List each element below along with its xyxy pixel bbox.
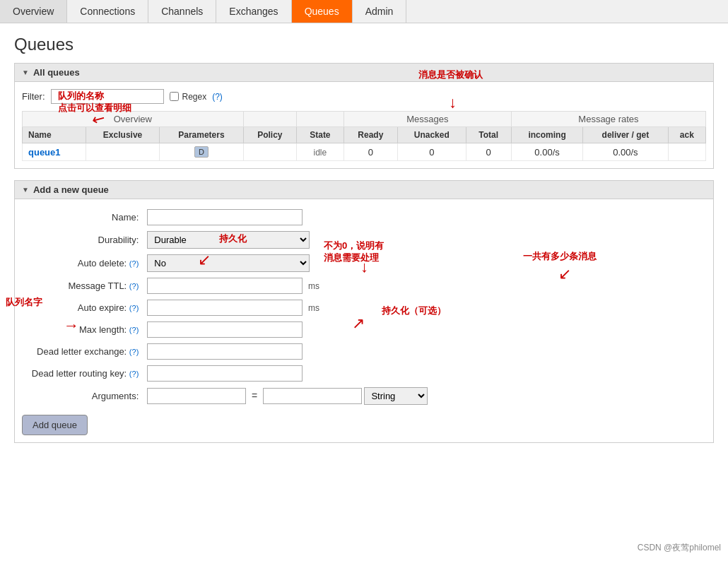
nav-item-queues[interactable]: Queues	[292, 0, 353, 23]
dead-letter-exchange-label: Dead letter exchange: (?)	[22, 341, 143, 362]
cell-total: 0	[466, 143, 511, 161]
auto-delete-select[interactable]: NoYes	[147, 254, 310, 272]
message-ttl-help-link[interactable]: (?)	[129, 282, 139, 290]
col-ack: ack	[668, 127, 705, 143]
message-ttl-input[interactable]	[147, 278, 303, 294]
dead-letter-routing-key-input[interactable]	[147, 365, 303, 382]
regex-label: Regex	[170, 92, 207, 102]
collapse-arrow-icon: ▼	[22, 69, 29, 76]
filter-row: Filter: Regex (?)	[22, 89, 706, 104]
collapse-arrow-icon-2: ▼	[22, 186, 29, 194]
nav-item-channels[interactable]: Channels	[148, 0, 216, 23]
dead-letter-exchange-row: Dead letter exchange: (?)	[22, 341, 446, 362]
arguments-type-select[interactable]: StringNumberBoolean	[364, 387, 428, 405]
queue-name-link[interactable]: queue1	[28, 147, 61, 158]
message-rates-group-header: Message rates	[511, 112, 705, 127]
col-total: Total	[466, 127, 511, 143]
col-exclusive: Exclusive	[86, 127, 159, 143]
queue-table: Overview Messages Message rates Name Exc…	[22, 111, 706, 161]
nav-item-admin[interactable]: Admin	[353, 0, 407, 23]
messages-group-header: Messages	[344, 112, 511, 127]
col-policy: Policy	[243, 127, 296, 143]
cell-incoming: 0.00/s	[511, 143, 582, 161]
add-queue-body: Name: Durability: DurableTransient A	[15, 199, 713, 442]
max-length-help-link[interactable]: (?)	[129, 326, 139, 334]
col-deliver-get: deliver / get	[583, 127, 668, 143]
max-length-input[interactable]	[147, 321, 303, 338]
cell-exclusive	[86, 143, 159, 161]
col-parameters: Parameters	[160, 127, 244, 143]
queue-table-body: queue1 D idle 0 0 0 0.00/s 0.00/s	[23, 143, 706, 161]
add-queue-form: Name: Durability: DurableTransient A	[22, 206, 446, 408]
col-state: State	[297, 127, 344, 143]
max-length-row: Max length: (?)	[22, 319, 446, 341]
auto-delete-row: Auto delete: (?) NoYes	[22, 252, 446, 275]
equals-sign: =	[252, 390, 257, 401]
all-queues-header[interactable]: ▼ All queues	[15, 64, 713, 82]
message-ttl-unit: ms	[308, 281, 319, 291]
name-label: Name:	[22, 206, 143, 228]
col-incoming: incoming	[511, 127, 582, 143]
auto-expire-input[interactable]	[147, 300, 303, 316]
overview-group-header: Overview	[23, 112, 244, 127]
col-name: Name	[23, 127, 86, 143]
all-queues-panel: ▼ All queues Filter: Regex (?) Ove	[14, 63, 714, 169]
dead-letter-exchange-input[interactable]	[147, 343, 303, 360]
param-badge: D	[194, 146, 209, 158]
cell-name: queue1	[23, 143, 86, 161]
page-title: Queues	[14, 35, 714, 54]
auto-expire-unit: ms	[308, 303, 319, 313]
auto-expire-row: Auto expire: (?) ms	[22, 297, 446, 319]
cell-unacked: 0	[398, 143, 466, 161]
arguments-label: Arguments:	[22, 384, 143, 408]
dead-letter-routing-key-label: Dead letter routing key: (?)	[22, 362, 143, 384]
dead-letter-exchange-help-link[interactable]: (?)	[129, 348, 139, 356]
name-row: Name:	[22, 206, 446, 228]
regex-checkbox[interactable]	[170, 92, 179, 101]
state-group-header	[297, 112, 344, 127]
cell-ack	[668, 143, 705, 161]
cell-deliver-get: 0.00/s	[583, 143, 668, 161]
dead-letter-routing-key-help-link[interactable]: (?)	[129, 370, 139, 378]
arguments-key-input[interactable]	[147, 388, 246, 404]
arguments-row: Arguments: = StringNumberBoolean	[22, 384, 446, 408]
table-row: queue1 D idle 0 0 0 0.00/s 0.00/s	[23, 143, 706, 161]
auto-delete-label: Auto delete: (?)	[22, 252, 143, 275]
table-group-header-row: Overview Messages Message rates	[23, 112, 706, 127]
nav-item-overview[interactable]: Overview	[0, 0, 67, 23]
table-col-header-row: Name Exclusive Parameters Policy State R…	[23, 127, 706, 143]
durability-row: Durability: DurableTransient	[22, 228, 446, 252]
add-queue-panel: ▼ Add a new queue Name: Durability: Dura…	[14, 180, 714, 443]
filter-label: Filter:	[22, 91, 45, 102]
nav-item-connections[interactable]: Connections	[67, 0, 148, 23]
auto-delete-help-link[interactable]: (?)	[129, 259, 139, 268]
regex-help-link[interactable]: (?)	[212, 92, 223, 102]
name-input[interactable]	[147, 209, 303, 225]
nav-item-exchanges[interactable]: Exchanges	[216, 0, 291, 23]
state-badge: idle	[314, 148, 327, 158]
auto-expire-label: Auto expire: (?)	[22, 297, 143, 319]
policy-group-header	[243, 112, 296, 127]
dead-letter-routing-key-row: Dead letter routing key: (?)	[22, 362, 446, 384]
cell-policy	[243, 143, 296, 161]
cell-parameters: D	[160, 143, 244, 161]
durability-select[interactable]: DurableTransient	[147, 231, 310, 249]
add-queue-title: Add a new queue	[33, 184, 109, 195]
auto-expire-help-link[interactable]: (?)	[129, 304, 139, 312]
cell-state: idle	[297, 143, 344, 161]
message-ttl-row: Message TTL: (?) ms	[22, 275, 446, 297]
col-ready: Ready	[344, 127, 397, 143]
message-ttl-label: Message TTL: (?)	[22, 275, 143, 297]
cell-ready: 0	[344, 143, 397, 161]
top-navigation: OverviewConnectionsChannelsExchangesQueu…	[0, 0, 728, 23]
max-length-label: Max length: (?)	[22, 319, 143, 341]
add-queue-button[interactable]: Add queue	[22, 415, 88, 435]
durability-label: Durability:	[22, 228, 143, 252]
filter-input[interactable]	[51, 89, 164, 104]
add-queue-header[interactable]: ▼ Add a new queue	[15, 181, 713, 199]
all-queues-body: Filter: Regex (?) Overview Mess	[15, 82, 713, 168]
all-queues-title: All queues	[33, 67, 80, 78]
arguments-value-input[interactable]	[263, 388, 362, 404]
col-unacked: Unacked	[398, 127, 466, 143]
